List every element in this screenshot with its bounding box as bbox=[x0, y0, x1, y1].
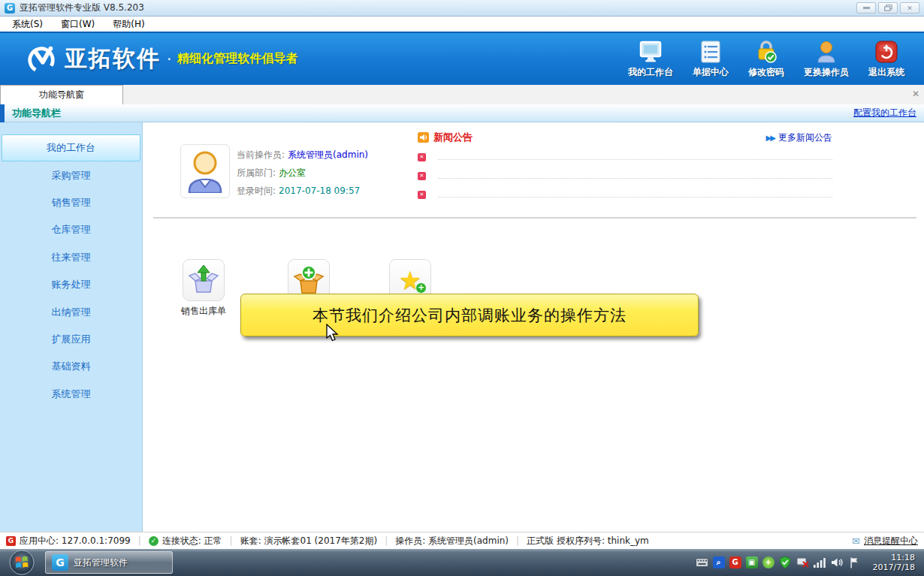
nav-accent-bar bbox=[0, 104, 5, 122]
sidebar-item-sales[interactable]: 销售管理 bbox=[0, 189, 142, 216]
sidebar-item-warehouse[interactable]: 仓库管理 bbox=[0, 216, 142, 243]
envelope-icon: ✉ bbox=[852, 535, 860, 547]
menu-system[interactable]: 系统(S) bbox=[5, 17, 50, 32]
clock-time: 11:18 bbox=[873, 553, 915, 562]
restore-icon bbox=[884, 5, 892, 11]
toolbar-my-workspace[interactable]: 我的工作台 bbox=[628, 40, 673, 79]
tab-function-nav[interactable]: 功能导航窗 bbox=[0, 85, 123, 104]
app-header: 亚拓软件 · 精细化管理软件倡导者 我的工作台 bbox=[0, 32, 924, 85]
shortcut-label: 销售出库单 bbox=[170, 305, 237, 318]
news-bullet-icon: ✕ bbox=[418, 191, 426, 199]
dotted-divider bbox=[438, 197, 832, 198]
news-bullet-icon: ✕ bbox=[418, 172, 426, 180]
tray-tool-icon[interactable]: ⌕ bbox=[713, 556, 725, 568]
double-arrow-icon: ▶▶ bbox=[766, 134, 775, 142]
shortcut-sales-out: 销售出库单 bbox=[170, 259, 237, 318]
operator-info: 当前操作员: 系统管理员(admin) 所属部门: 办公室 登录时间: 2017… bbox=[237, 146, 368, 200]
message-center-link[interactable]: ✉ 消息提醒中心 bbox=[852, 535, 918, 547]
news-item[interactable]: ✕ bbox=[418, 163, 832, 182]
start-button[interactable] bbox=[9, 550, 35, 575]
app-center-status: 应用中心: 127.0.0.1:7099 bbox=[20, 535, 131, 547]
operator-value: 系统管理员(admin) bbox=[288, 149, 368, 161]
box-add-icon bbox=[293, 264, 325, 296]
news-bullet-icon: ✕ bbox=[418, 153, 426, 161]
toolbar-document-center[interactable]: 单据中心 bbox=[693, 40, 729, 79]
tray-360-plus-icon[interactable]: + bbox=[762, 556, 775, 568]
tab-close-icon[interactable]: ✕ bbox=[912, 89, 919, 99]
brand-name: 亚拓软件 bbox=[65, 44, 161, 74]
toolbar-switch-operator[interactable]: 更换操作员 bbox=[804, 40, 849, 79]
sidebar-item-extensions[interactable]: 扩展应用 bbox=[0, 326, 142, 353]
action-center-flag-icon[interactable] bbox=[848, 556, 861, 569]
windows-taskbar: G 亚拓管理软件 ⌕ G ▣ + bbox=[0, 549, 924, 576]
toolbar-change-password[interactable]: 修改密码 bbox=[748, 40, 784, 79]
sales-out-button[interactable] bbox=[183, 259, 225, 301]
sidebar-item-system[interactable]: 系统管理 bbox=[0, 381, 142, 408]
brand-slogan: 精细化管理软件倡导者 bbox=[177, 51, 297, 67]
brand: 亚拓软件 · 精细化管理软件倡导者 bbox=[26, 44, 297, 75]
announcement-speaker-icon bbox=[418, 132, 429, 143]
sidebar-item-base-data[interactable]: 基础资料 bbox=[0, 353, 142, 380]
minimize-button[interactable] bbox=[856, 2, 876, 14]
menu-window[interactable]: 窗口(W) bbox=[53, 17, 102, 32]
news-item[interactable]: ✕ bbox=[418, 144, 832, 163]
network-disconnected-icon[interactable] bbox=[796, 556, 809, 569]
configure-workspace-link[interactable]: 配置我的工作台 bbox=[853, 107, 916, 119]
application-window: G 亚拓管理软件专业版 V8.5.203 ✕ 系统(S) 窗口(W) 帮助(H) bbox=[0, 0, 924, 576]
title-bar: G 亚拓管理软件专业版 V8.5.203 ✕ bbox=[0, 0, 924, 17]
login-time-label: 登录时间: bbox=[237, 185, 276, 198]
restore-button[interactable] bbox=[878, 2, 898, 14]
news-title: 新闻公告 bbox=[433, 131, 473, 144]
sidebar: 我的工作台 采购管理 销售管理 仓库管理 往来管理 账务处理 出纳管理 扩展应用… bbox=[0, 122, 143, 532]
toolbar-exit-system[interactable]: 退出系统 bbox=[868, 40, 904, 79]
tutorial-banner: 本节我们介绍公司内部调账业务的操作方法 bbox=[240, 294, 699, 336]
tray-shield-icon[interactable] bbox=[779, 556, 792, 569]
connection-ok-icon: ✓ bbox=[149, 536, 159, 546]
signal-strength-icon[interactable] bbox=[814, 556, 826, 569]
tutorial-banner-text: 本节我们介绍公司内部调账业务的操作方法 bbox=[313, 305, 627, 326]
license-status: 正式版 授权序列号: think_ym bbox=[527, 535, 649, 547]
status-bar: G 应用中心: 127.0.0.1:7099 | ✓ 连接状态: 正常 | 账套… bbox=[0, 532, 924, 549]
nav-title: 功能导航栏 bbox=[12, 107, 61, 120]
taskbar-app-button[interactable]: G 亚拓管理软件 bbox=[45, 551, 173, 574]
more-news-link[interactable]: ▶▶ 更多新闻公告 bbox=[766, 131, 832, 144]
system-tray: ⌕ G ▣ + 11:18 2017/7/18 bbox=[696, 553, 921, 572]
sidebar-item-cashier[interactable]: 出纳管理 bbox=[0, 298, 142, 325]
dotted-divider bbox=[438, 159, 832, 160]
operator-status: 操作员: 系统管理员(admin) bbox=[395, 535, 509, 547]
news-item[interactable]: ✕ bbox=[418, 182, 832, 201]
sidebar-item-contacts[interactable]: 往来管理 bbox=[0, 244, 142, 271]
avatar bbox=[180, 144, 230, 198]
sidebar-item-accounting[interactable]: 账务处理 bbox=[0, 271, 142, 298]
volume-icon[interactable] bbox=[831, 556, 844, 569]
dotted-divider bbox=[438, 178, 832, 179]
menu-help[interactable]: 帮助(H) bbox=[105, 17, 152, 32]
touch-keyboard-icon[interactable] bbox=[696, 556, 708, 569]
nav-title-bar: 功能导航栏 配置我的工作台 bbox=[0, 104, 924, 122]
sidebar-item-purchase[interactable]: 采购管理 bbox=[0, 161, 142, 188]
lock-check-icon bbox=[753, 40, 779, 64]
app-logo-icon: G bbox=[5, 3, 15, 14]
taskbar-clock[interactable]: 11:18 2017/7/18 bbox=[873, 553, 915, 572]
header-toolbar: 我的工作台 单据中心 bbox=[628, 40, 915, 79]
brand-logo-icon bbox=[26, 44, 57, 75]
menu-bar: 系统(S) 窗口(W) 帮助(H) bbox=[0, 17, 924, 32]
tray-yatuo-icon[interactable]: G bbox=[729, 556, 741, 568]
app-center-icon: G bbox=[6, 536, 16, 546]
power-icon bbox=[874, 40, 899, 64]
tray-package-icon[interactable]: ▣ bbox=[746, 556, 758, 568]
operator-label: 当前操作员: bbox=[237, 149, 285, 161]
sidebar-item-my-workspace[interactable]: 我的工作台 bbox=[2, 134, 140, 161]
department-value: 办公室 bbox=[279, 167, 306, 179]
clock-date: 2017/7/18 bbox=[873, 562, 915, 572]
user-icon bbox=[814, 40, 839, 64]
login-time-value: 2017-07-18 09:57 bbox=[279, 185, 360, 196]
plus-badge-icon: + bbox=[415, 282, 427, 294]
document-list-icon bbox=[698, 40, 723, 64]
workspace-panel: 当前操作员: 系统管理员(admin) 所属部门: 办公室 登录时间: 2017… bbox=[143, 122, 924, 532]
monitor-icon bbox=[638, 40, 663, 64]
close-button[interactable]: ✕ bbox=[900, 2, 919, 14]
mouse-cursor bbox=[325, 324, 339, 343]
section-divider bbox=[153, 217, 916, 219]
brand-dot: · bbox=[167, 50, 171, 68]
